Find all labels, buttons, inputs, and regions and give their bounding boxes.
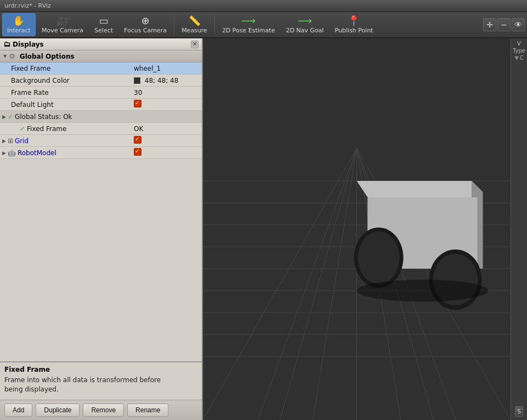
title-text: urdr.rviz* - RViz: [4, 2, 51, 9]
move-camera-icon: 🎥: [56, 16, 69, 26]
toolbar-separator-1: [174, 15, 174, 35]
publish-point-label: Publish Point: [335, 27, 373, 34]
frame-rate-row[interactable]: Frame Rate 30: [0, 87, 202, 99]
fixed-frame-status-label: Fixed Frame: [27, 125, 134, 133]
background-color-label: Background Color: [11, 77, 134, 84]
robot-model-check-icon: [134, 148, 141, 156]
measure-icon: 📏: [189, 16, 201, 26]
pose-estimate-button[interactable]: ⟶ 2D Pose Estimate: [217, 13, 280, 36]
global-options-arrow: ▼: [3, 54, 7, 59]
grid-checkbox[interactable]: [134, 136, 200, 145]
background-color-row[interactable]: Background Color 48; 48; 48: [0, 75, 202, 87]
view-controls: ✛ − 👁: [483, 18, 525, 31]
svg-marker-21: [357, 181, 472, 197]
nav-goal-icon: ⟶: [298, 16, 312, 26]
gear-icon: ⚙: [9, 52, 15, 60]
displays-panel-icon: 🗂: [3, 40, 10, 48]
select-icon: ▭: [99, 16, 109, 26]
interact-label: Interact: [7, 27, 31, 34]
tree-panel: ▼ ⚙ Global Options Fixed Frame wheel_1 B…: [0, 50, 202, 361]
focus-camera-icon: ⊕: [141, 16, 150, 26]
info-panel: Fixed Frame Frame into which all data is…: [0, 361, 202, 400]
robot-model-label: RobotModel: [18, 149, 134, 157]
viewport[interactable]: ◀ ▶: [203, 38, 511, 420]
publish-point-button[interactable]: 📍 Publish Point: [330, 13, 378, 36]
select-button[interactable]: ▭ Select: [89, 13, 118, 36]
toolbar: ✋ Interact 🎥 Move Camera ▭ Select ⊕ Focu…: [0, 12, 527, 38]
fixed-frame-status-row[interactable]: ✓ Fixed Frame OK: [0, 123, 202, 135]
minus-button[interactable]: −: [497, 18, 511, 31]
robot-model-checkbox[interactable]: [134, 148, 200, 157]
move-camera-button[interactable]: 🎥 Move Camera: [37, 13, 88, 36]
publish-point-icon: 📍: [348, 16, 360, 26]
default-light-checkbox[interactable]: [134, 100, 200, 109]
frame-rate-label: Frame Rate: [11, 89, 134, 97]
focus-camera-button[interactable]: ⊕ Focus Camera: [119, 13, 172, 36]
add-button[interactable]: Add: [4, 404, 32, 417]
info-title: Fixed Frame: [4, 366, 197, 373]
interact-icon: ✋: [13, 16, 25, 26]
remove-button[interactable]: Remove: [83, 404, 124, 417]
focus-camera-label: Focus Camera: [124, 27, 167, 34]
grid-check-icon: [134, 136, 141, 144]
toolbar-separator-2: [214, 15, 215, 35]
global-status-label: Global Status: Ok: [15, 113, 200, 121]
default-light-row[interactable]: Default Light: [0, 99, 202, 111]
fixed-frame-status-check: ✓: [20, 125, 25, 133]
pose-estimate-label: 2D Pose Estimate: [222, 27, 275, 34]
grid-icon: ⊞: [8, 137, 13, 145]
left-panel: 🗂 Displays ✕ ▼ ⚙ Global Options Fixed Fr…: [0, 38, 203, 420]
plus-button[interactable]: ✛: [483, 18, 496, 31]
fixed-frame-value: wheel_1: [134, 65, 200, 72]
global-options-label: Global Options: [20, 53, 75, 60]
svg-point-25: [358, 231, 400, 284]
displays-close-button[interactable]: ✕: [191, 41, 199, 48]
background-color-value: 48; 48; 48: [134, 77, 200, 84]
grid-label: Grid: [15, 137, 134, 145]
interact-button[interactable]: ✋ Interact: [2, 13, 36, 36]
c-label: C: [520, 55, 524, 61]
global-status-row[interactable]: ▶ ✓ Global Status: Ok: [0, 111, 202, 123]
default-light-label: Default Light: [11, 101, 134, 109]
displays-title: Displays: [13, 41, 191, 48]
select-label: Select: [94, 27, 113, 34]
grid-expand-arrow: ▶: [2, 138, 6, 144]
global-status-arrow: ▶: [2, 114, 6, 120]
global-options-header[interactable]: ▼ ⚙ Global Options: [0, 50, 202, 63]
c-label-row: ▼ C: [514, 55, 524, 61]
frame-rate-value: 30: [134, 89, 200, 97]
svg-point-28: [357, 280, 489, 302]
pose-estimate-icon: ⟶: [241, 16, 256, 26]
main-layout: 🗂 Displays ✕ ▼ ⚙ Global Options Fixed Fr…: [0, 38, 527, 420]
titlebar: urdr.rviz* - RViz: [0, 0, 527, 12]
dropdown-arrow: ▼: [514, 55, 519, 61]
default-light-check-icon: [134, 100, 141, 107]
fixed-frame-label: Fixed Frame: [11, 65, 134, 72]
rename-button[interactable]: Rename: [127, 404, 168, 417]
measure-label: Measure: [182, 27, 207, 34]
duplicate-button[interactable]: Duplicate: [36, 404, 80, 417]
v-label: V: [517, 41, 521, 47]
displays-header: 🗂 Displays ✕: [0, 38, 202, 50]
robot-model-icon: 🤖: [8, 149, 16, 157]
eye-button[interactable]: 👁: [512, 18, 525, 31]
info-text: Frame into which all data is transformed…: [4, 376, 197, 394]
measure-button[interactable]: 📏 Measure: [177, 13, 212, 36]
grid-row[interactable]: ▶ ⊞ Grid: [0, 135, 202, 147]
scene-svg: [203, 38, 511, 420]
move-camera-label: Move Camera: [42, 27, 83, 34]
global-status-check: ✓: [8, 113, 13, 121]
robot-model-expand-arrow: ▶: [2, 150, 6, 156]
fixed-frame-status-value: OK: [134, 125, 200, 133]
bottom-buttons: Add Duplicate Remove Rename: [0, 400, 202, 420]
s-button[interactable]: S: [515, 406, 523, 417]
right-panel: V Type ▼ C S: [511, 38, 527, 420]
nav-goal-button[interactable]: ⟶ 2D Nav Goal: [281, 13, 328, 36]
robot-model-row[interactable]: ▶ 🤖 RobotModel: [0, 147, 202, 159]
type-label: Type: [513, 48, 525, 54]
robot-container: [203, 38, 511, 420]
nav-goal-label: 2D Nav Goal: [286, 27, 324, 34]
color-swatch: [134, 77, 140, 84]
fixed-frame-row[interactable]: Fixed Frame wheel_1: [0, 63, 202, 75]
